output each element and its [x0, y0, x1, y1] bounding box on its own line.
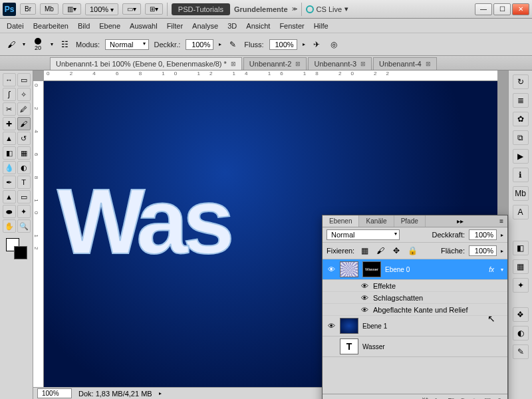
lock-pixels-icon[interactable]: 🖌: [374, 245, 386, 257]
menu-filter[interactable]: Filter: [167, 22, 183, 30]
tab-kanaele[interactable]: Kanäle: [359, 215, 394, 227]
close-tab-icon[interactable]: ⊠: [360, 61, 366, 67]
type-tool[interactable]: T: [17, 176, 31, 189]
fx-expand-icon[interactable]: ▾: [501, 267, 503, 273]
close-tab-icon[interactable]: ⊠: [295, 61, 301, 67]
info-panel-icon[interactable]: ℹ: [513, 168, 529, 182]
layer-opacity-input[interactable]: 100%: [469, 229, 497, 240]
bridge-button[interactable]: Br: [20, 3, 36, 15]
color-swatches[interactable]: [6, 238, 27, 259]
layer-group-icon[interactable]: 🗀: [471, 397, 479, 400]
gradient-tool[interactable]: ▦: [17, 146, 31, 160]
shape-tool[interactable]: ▭: [17, 190, 31, 203]
crop-tool[interactable]: ✂: [3, 102, 16, 116]
fill-arrow[interactable]: ▸: [501, 248, 503, 254]
dodge-tool[interactable]: ◐: [17, 161, 31, 174]
extras-button[interactable]: ⊞▾: [145, 3, 163, 15]
layer-row[interactable]: 👁 Ebene 1: [323, 316, 507, 336]
menu-ansicht[interactable]: Ansicht: [246, 22, 270, 30]
styles-panel-icon[interactable]: ✦: [513, 278, 529, 293]
brush-preset-dropdown[interactable]: ▾: [23, 41, 25, 47]
menu-datei[interactable]: Datei: [7, 22, 24, 30]
zoom-level-select[interactable]: 100% ▾: [85, 3, 118, 15]
delete-layer-icon[interactable]: 🗑: [496, 397, 503, 400]
cslive-button[interactable]: CS Live ▾: [306, 5, 349, 13]
pen-tool[interactable]: ✒: [3, 176, 16, 189]
visibility-icon[interactable]: 👁: [360, 294, 369, 302]
opacity-input[interactable]: 100%: [186, 39, 213, 50]
actions-panel-icon[interactable]: ≣: [513, 93, 529, 108]
ruler-horizontal[interactable]: 0 2 4 6 8 10 12 14 16 18 20 22: [44, 70, 497, 81]
layer-thumbnail[interactable]: [340, 318, 358, 334]
zoom-tool[interactable]: 🔍: [17, 219, 31, 233]
path-select-tool[interactable]: ▲: [3, 190, 16, 203]
workspace-more-icon[interactable]: ≫: [292, 6, 297, 12]
visibility-icon[interactable]: 👁: [327, 322, 336, 330]
tab-ebenen[interactable]: Ebenen: [323, 215, 359, 227]
hand-tool[interactable]: ✋: [3, 219, 16, 233]
adjustment-layer-icon[interactable]: ◐: [460, 396, 466, 399]
visibility-icon[interactable]: 👁: [360, 282, 369, 290]
brush-panel-icon[interactable]: ✿: [513, 112, 529, 126]
visibility-icon[interactable]: 👁: [360, 306, 369, 314]
panel-collapse-icon[interactable]: ▸▸: [453, 215, 467, 227]
layer-mask-icon[interactable]: ◧: [448, 396, 454, 399]
opacity-arrow[interactable]: ▸: [501, 232, 503, 238]
brush-tool[interactable]: 🖌: [17, 117, 31, 130]
swatches-panel-icon[interactable]: ▦: [513, 259, 529, 274]
workspace-name[interactable]: Grundelemente: [234, 5, 288, 13]
menu-auswahl[interactable]: Auswahl: [130, 22, 158, 30]
flow-arrow[interactable]: ▸: [303, 41, 305, 47]
layer-mask-thumbnail[interactable]: Wasser: [362, 261, 381, 277]
fx-badge[interactable]: fx: [489, 266, 494, 273]
char-panel-icon[interactable]: A: [513, 205, 529, 219]
layer-row[interactable]: T Wasser: [323, 336, 507, 357]
effect-schlagschatten[interactable]: 👁Schlagschatten↖: [323, 292, 507, 304]
channels-panel-icon[interactable]: ◐: [513, 326, 529, 340]
opacity-arrow[interactable]: ▸: [219, 41, 221, 47]
layer-row[interactable]: 👁 Wasser Ebene 0 fx▾: [323, 259, 507, 280]
doc-tab-2[interactable]: Unbenannt-2⊠: [243, 57, 307, 70]
status-menu-arrow[interactable]: ▸: [159, 390, 162, 396]
menu-fenster[interactable]: Fenster: [279, 22, 304, 30]
tab-pfade[interactable]: Pfade: [394, 215, 426, 227]
link-layers-icon[interactable]: ⛓: [422, 397, 429, 400]
paths-panel-icon[interactable]: ✎: [513, 344, 529, 359]
move-tool[interactable]: ↔: [3, 73, 16, 86]
brush-preview[interactable]: 20: [31, 37, 45, 52]
doc-tab-1[interactable]: Unbenannt-1 bei 100% (Ebene 0, Ebenenmas…: [50, 57, 242, 70]
workspace-psdtutorials[interactable]: PSD-Tutorials: [172, 3, 230, 15]
layer-name[interactable]: Ebene 0: [385, 266, 485, 273]
type-layer-thumbnail[interactable]: T: [340, 338, 358, 354]
menu-bild[interactable]: Bild: [78, 22, 90, 30]
fill-input[interactable]: 100%: [469, 245, 497, 256]
eyedropper-tool[interactable]: 🖉: [17, 102, 31, 116]
eraser-tool[interactable]: ◧: [3, 146, 16, 160]
screen-mode-button[interactable]: ▭▾: [122, 3, 141, 15]
layer-fx-icon[interactable]: fx.: [434, 397, 442, 400]
menu-bearbeiten[interactable]: Bearbeiten: [33, 22, 68, 30]
tablet-size-icon[interactable]: ◎: [328, 39, 340, 51]
flow-input[interactable]: 100%: [269, 39, 297, 50]
clone-panel-icon[interactable]: ⧉: [513, 130, 529, 145]
background-swatch[interactable]: [14, 246, 27, 259]
menu-ebene[interactable]: Ebene: [99, 22, 120, 30]
new-layer-icon[interactable]: ▣: [484, 396, 491, 399]
close-button[interactable]: ✕: [512, 3, 529, 15]
blend-mode-select[interactable]: Normal: [105, 39, 148, 50]
arrange-docs-button[interactable]: ▥▾: [63, 3, 81, 15]
color-panel-icon[interactable]: ◧: [513, 241, 529, 255]
nav-panel-icon[interactable]: ▶: [513, 149, 529, 164]
3d-tool[interactable]: ⬬: [3, 205, 16, 218]
layer-name[interactable]: Ebene 1: [362, 323, 503, 330]
effects-header[interactable]: 👁Effekte: [323, 280, 507, 292]
lasso-tool[interactable]: ʃ: [3, 88, 16, 101]
visibility-icon[interactable]: 👁: [327, 265, 336, 273]
tablet-opacity-icon[interactable]: ✎: [227, 39, 239, 51]
close-tab-icon[interactable]: ⊠: [231, 61, 236, 67]
zoom-field[interactable]: 100%: [37, 388, 72, 398]
3d-cam-tool[interactable]: ✦: [17, 205, 31, 218]
brush-size-dropdown[interactable]: ▾: [51, 41, 53, 47]
heal-tool[interactable]: ✚: [3, 117, 16, 130]
history-panel-icon[interactable]: ↻: [513, 74, 529, 89]
